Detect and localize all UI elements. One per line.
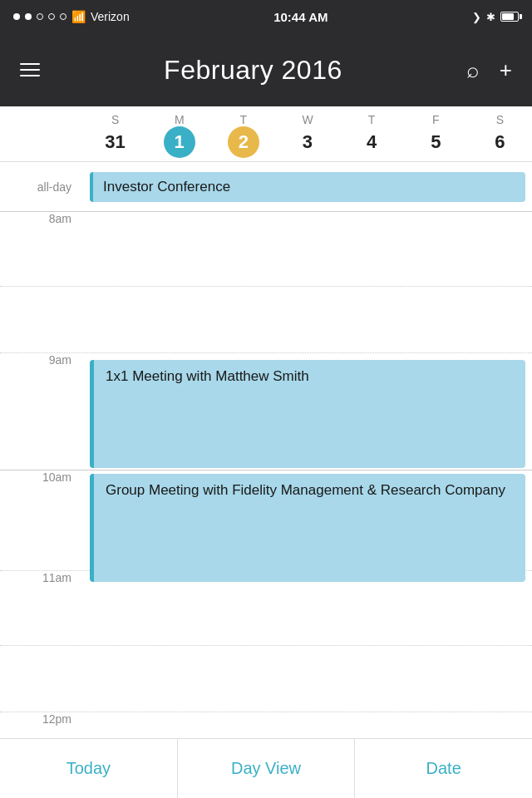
tab-today[interactable]: Today [0,739,178,798]
tab-day-view[interactable]: Day View [178,739,356,798]
spacer-col [83,287,532,352]
events-col-9am: 1x1 Meeting with Matthew Smith [83,353,532,470]
calendar-grid: all-day Investor Conference 8am 9am 1x1 … [0,162,532,787]
status-carrier: 📶 Verizon [13,10,130,23]
status-bar: 📶 Verizon 10:44 AM ❯ ✱ [0,0,532,33]
spacer-11am [0,646,532,712]
week-header-corner [0,113,83,158]
allday-label: all-day [0,180,83,194]
bluetooth-icon: ✱ [486,11,495,23]
day-col-wed[interactable]: W 3 [275,113,339,158]
day-col-sat[interactable]: S 6 [468,113,532,158]
time-row-9am: 9am 1x1 Meeting with Matthew Smith [0,353,532,470]
search-icon[interactable]: ⌕ [466,57,480,83]
time-label-9am: 9am [0,353,83,470]
tab-bar: Today Day View Date [0,738,532,798]
time-label-11am-half [0,646,83,712]
time-row-8am: 8am [0,212,532,287]
spacer-col-2 [83,646,532,712]
allday-row: all-day Investor Conference [0,162,532,212]
day-col-sun[interactable]: S 31 [83,113,147,158]
carrier-label: Verizon [91,10,130,23]
menu-button[interactable] [20,63,40,76]
location-icon: ❯ [472,11,481,23]
day-letter-tue: T [240,113,248,126]
day-col-thu[interactable]: T 4 [340,113,404,158]
day-num-tue: 2 [228,126,259,158]
time-label-8am-half [0,287,83,352]
event-9am-meeting[interactable]: 1x1 Meeting with Matthew Smith [90,360,525,468]
hamburger-line-2 [20,69,40,71]
signal-dot-5 [60,13,66,20]
allday-event[interactable]: Investor Conference [90,172,525,202]
signal-dot-4 [48,13,55,20]
day-col-fri[interactable]: F 5 [404,113,468,158]
spacer-before-9am [0,287,532,353]
time-row-11am: 11am [0,571,532,646]
day-num-wed: 3 [292,126,323,158]
time-label-10am: 10am [0,470,83,570]
week-header: S 31 M 1 T 2 W 3 T 4 F 5 S 6 [0,106,532,162]
day-num-thu: 4 [356,126,387,158]
day-letter-thu: T [368,113,376,126]
battery-fill [502,13,514,20]
allday-event-area: Investor Conference [83,167,532,207]
events-col-8am [83,212,532,286]
status-icons: ❯ ✱ [472,11,519,23]
time-row-10am: 10am Group Meeting with Fidelity Managem… [0,470,532,571]
day-num-fri: 5 [420,126,451,158]
nav-title: February 2016 [164,55,342,86]
day-letter-mon: M [175,113,185,126]
hamburger-line-1 [20,63,40,65]
status-time: 10:44 AM [273,10,328,24]
signal-dot-1 [13,13,20,20]
day-letter-sat: S [496,113,504,126]
signal-dot-2 [25,13,32,20]
signal-dot-3 [37,13,43,20]
event-group-meeting[interactable]: Group Meeting with Fidelity Management &… [90,474,525,582]
day-num-sat: 6 [484,126,515,158]
add-icon[interactable]: + [500,57,512,83]
events-col-11am [83,571,532,645]
events-col-10am: Group Meeting with Fidelity Management &… [83,470,532,570]
time-label-11am: 11am [0,571,83,645]
day-col-tue[interactable]: T 2 [211,113,275,158]
day-col-mon[interactable]: M 1 [147,113,211,158]
day-num-mon: 1 [164,126,195,158]
tab-date[interactable]: Date [355,739,532,798]
day-letter-fri: F [432,113,440,126]
time-label-8am: 8am [0,212,83,286]
nav-actions: ⌕ + [466,57,512,83]
battery-icon [500,12,519,22]
day-letter-sun: S [111,113,119,126]
hamburger-line-3 [20,75,40,76]
day-num-sun: 31 [100,126,131,158]
day-letter-wed: W [302,113,313,126]
nav-bar: February 2016 ⌕ + [0,33,532,106]
wifi-icon: 📶 [71,10,86,23]
